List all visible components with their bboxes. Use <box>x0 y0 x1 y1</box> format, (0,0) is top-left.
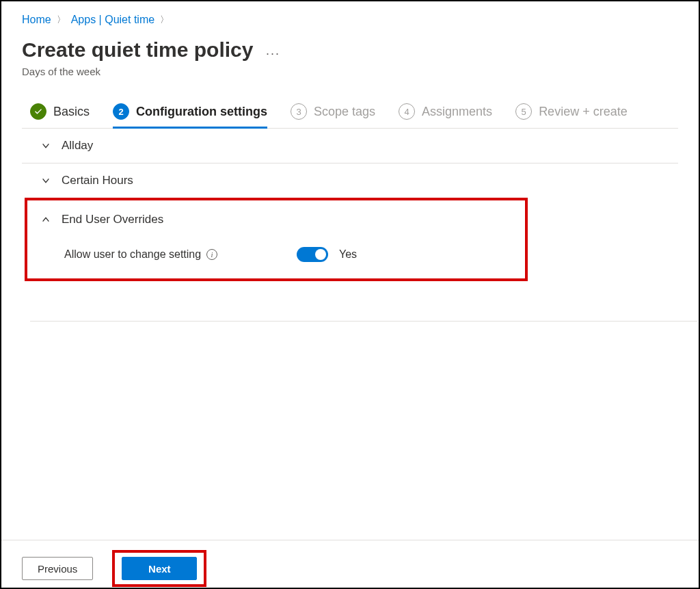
tab-label: Basics <box>53 105 90 119</box>
tab-review-create[interactable]: 5 Review + create <box>515 103 628 128</box>
more-actions-button[interactable]: ··· <box>266 47 280 61</box>
tab-label: Assignments <box>422 105 492 119</box>
toggle-value-label: Yes <box>339 248 357 261</box>
section-end-user-overrides: End User Overrides Allow user to change … <box>25 198 528 281</box>
chevron-right-icon: 〉 <box>160 14 169 26</box>
section-title: End User Overrides <box>62 213 163 226</box>
breadcrumb-home[interactable]: Home <box>22 14 51 26</box>
step-number: 2 <box>113 103 129 120</box>
section-header-certain-hours[interactable]: Certain Hours <box>41 163 678 198</box>
chevron-up-icon <box>41 215 51 224</box>
section-divider <box>30 321 697 322</box>
previous-button[interactable]: Previous <box>22 557 93 580</box>
next-button[interactable]: Next <box>122 557 197 580</box>
page-subtitle: Days of the week <box>22 66 678 77</box>
tab-assignments[interactable]: 4 Assignments <box>399 103 492 128</box>
tab-label: Review + create <box>539 105 628 119</box>
info-icon[interactable]: i <box>206 249 217 260</box>
chevron-down-icon <box>41 176 51 185</box>
section-header-end-user-overrides[interactable]: End User Overrides <box>41 200 525 235</box>
toggle-allow-user-change[interactable] <box>297 247 328 262</box>
page-title: Create quiet time policy <box>22 38 253 62</box>
tab-configuration-settings[interactable]: 2 Configuration settings <box>113 103 267 128</box>
section-allday: Allday <box>22 129 678 163</box>
setting-allow-user-change: Allow user to change setting i Yes <box>41 235 525 262</box>
toggle-knob <box>315 249 326 260</box>
section-title: Allday <box>62 139 93 153</box>
step-number: 5 <box>515 103 532 120</box>
check-icon <box>30 103 46 120</box>
tab-label: Scope tags <box>314 105 375 119</box>
tab-basics[interactable]: Basics <box>30 103 90 128</box>
chevron-down-icon <box>41 141 51 150</box>
tab-scope-tags[interactable]: 3 Scope tags <box>291 103 375 128</box>
highlight-frame: Next <box>112 550 206 587</box>
tab-label: Configuration settings <box>136 105 267 119</box>
breadcrumb-apps-quiet-time[interactable]: Apps | Quiet time <box>71 14 154 26</box>
wizard-tabs: Basics 2 Configuration settings 3 Scope … <box>22 103 678 129</box>
section-header-allday[interactable]: Allday <box>41 129 678 163</box>
section-certain-hours: Certain Hours <box>22 163 678 198</box>
step-number: 3 <box>291 103 307 120</box>
step-number: 4 <box>399 103 415 120</box>
setting-label-text: Allow user to change setting <box>64 248 201 261</box>
chevron-right-icon: 〉 <box>57 14 66 26</box>
wizard-footer: Previous Next <box>1 540 699 587</box>
breadcrumb: Home 〉 Apps | Quiet time 〉 <box>22 14 678 26</box>
section-title: Certain Hours <box>62 174 133 187</box>
